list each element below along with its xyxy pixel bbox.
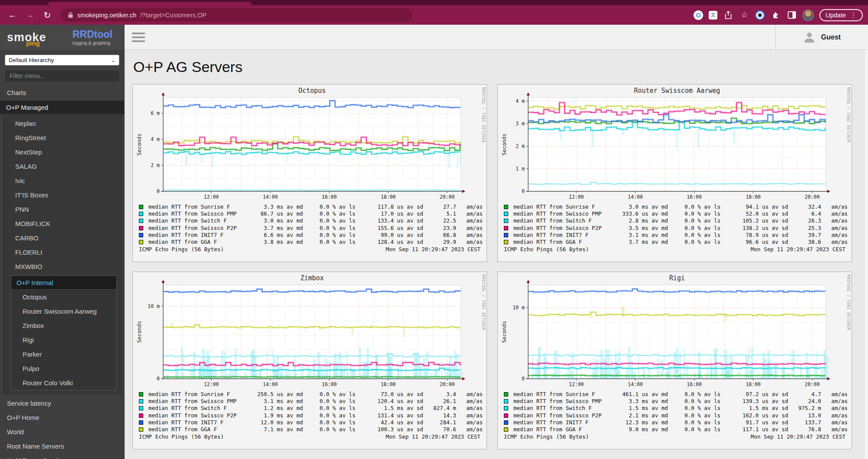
svg-text:4 m: 4 m bbox=[516, 98, 525, 104]
sidebar-item-mobiflick[interactable]: MOBIFLICK bbox=[3, 216, 121, 231]
sidebar-item-octopus[interactable]: Octopus bbox=[11, 290, 116, 304]
legend-amas-value: 5.1 bbox=[426, 210, 456, 217]
legend-stddev: 105.2 us av sd bbox=[723, 217, 788, 224]
legend-amas-value: 27.7 bbox=[426, 203, 456, 210]
person-icon bbox=[803, 31, 816, 44]
sidebar-item-ringstreet[interactable]: RingStreet bbox=[3, 131, 121, 145]
chart-footer: ICMP Echo Pings (56 Bytes)Mon Sep 11 20:… bbox=[504, 433, 845, 440]
svg-text:12:00: 12:00 bbox=[569, 194, 584, 200]
legend-label: median RTT from Swissco P2P bbox=[513, 412, 607, 419]
sidebar-item-nextstep[interactable]: NextStep bbox=[3, 145, 121, 159]
chart-graph-octopus[interactable]: 02 m4 m6 m12:0014:0016:0018:0020:00Octop… bbox=[135, 86, 478, 203]
legend-loss: 0.0 % av ls bbox=[306, 210, 355, 217]
sidebar-item-zimbox[interactable]: Zimbox bbox=[11, 318, 116, 333]
sidebar-item-router-swisscom-aarweg[interactable]: Router Swisscom Aarweg bbox=[11, 304, 116, 318]
sidebar-item-carbo[interactable]: CARBO bbox=[3, 231, 121, 245]
profile-avatar[interactable] bbox=[802, 10, 814, 21]
rrdtool-logo-subtitle: logging & graphing bbox=[72, 41, 112, 46]
sidebar: Default Hierarchy ⌄ ChartsO+P ManagedNep… bbox=[0, 50, 125, 459]
smokeping-logo[interactable]: smoke ping bbox=[7, 31, 61, 44]
legend-loss: 0.0 % av ls bbox=[671, 217, 720, 224]
legend-amas-value: 76.8 bbox=[791, 426, 821, 433]
bookmark-star-icon[interactable]: ☆ bbox=[739, 10, 750, 20]
url-bar[interactable]: smokeping.oetiker.ch/?target=Customers.O… bbox=[61, 8, 412, 22]
reload-icon[interactable]: ↻ bbox=[40, 8, 55, 23]
sidebar-item-mxwbio[interactable]: MXWBIO bbox=[3, 259, 121, 274]
chart-graph-rigi[interactable]: 010 m12:0014:0016:0018:0020:00RigiSecond… bbox=[500, 274, 843, 390]
legend-median: 1.9 ms av md bbox=[244, 412, 303, 419]
chart-panel-router-swisscom-aarweg: 01 m2 m3 m4 m12:0014:0016:0018:0020:00Ro… bbox=[497, 84, 852, 262]
side-panel-icon[interactable] bbox=[786, 10, 797, 20]
svg-text:12:00: 12:00 bbox=[204, 194, 219, 200]
sidebar-item-salag[interactable]: SALAG bbox=[3, 159, 121, 174]
legend-median: 3.1 ms av md bbox=[609, 232, 668, 239]
rrdtool-watermark: RRDTOOL / TOBI OETIKER bbox=[481, 87, 485, 143]
svg-text:20:00: 20:00 bbox=[805, 194, 820, 200]
smokeping-logo-ping: ping bbox=[26, 39, 40, 47]
legend-stddev: 120.4 us av sd bbox=[358, 398, 423, 405]
legend-label: median RTT from Sunrise F bbox=[148, 203, 242, 210]
legend-loss: 0.0 % av ls bbox=[671, 412, 720, 419]
sidebar-item-neplan[interactable]: Neplan bbox=[3, 116, 121, 131]
extensions-puzzle-icon[interactable] bbox=[770, 10, 781, 20]
translate-icon[interactable]: 文 bbox=[709, 11, 717, 20]
back-icon[interactable]: ← bbox=[5, 8, 20, 23]
legend-label: median RTT from Sunrise F bbox=[148, 391, 242, 398]
menu-hamburger-icon[interactable] bbox=[132, 33, 145, 42]
legend-stddev: 133.4 us av sd bbox=[358, 217, 423, 224]
legend-amas-value: 284.1 bbox=[426, 419, 456, 426]
legend-loss: 0.0 % av ls bbox=[306, 426, 355, 433]
sidebar-item-multi-target-graphs[interactable]: Multi Target Graphs bbox=[0, 453, 124, 459]
sidebar-item-it-is-boxes[interactable]: IT'IS Boxes bbox=[3, 188, 121, 202]
legend-color-box bbox=[504, 406, 508, 410]
rrdtool-logo[interactable]: RRDtool logging & graphing bbox=[72, 30, 112, 46]
sidebar-item-root-name-servers[interactable]: Root Name Servers bbox=[0, 439, 124, 453]
sidebar-item-floerli[interactable]: FLOERLI bbox=[3, 245, 121, 259]
sidebar-item-pnn[interactable]: PNN bbox=[3, 202, 121, 216]
sidebar-item-router-colo-volki[interactable]: Router Colo Volki bbox=[11, 376, 116, 390]
legend-color-box bbox=[139, 427, 143, 432]
sidebar-group-o-p-managed[interactable]: O+P Managed bbox=[0, 101, 124, 114]
legend-median: 2.8 ms av md bbox=[609, 217, 668, 224]
filter-input[interactable] bbox=[5, 70, 120, 82]
hierarchy-select[interactable]: Default Hierarchy ⌄ bbox=[5, 55, 119, 66]
legend-label: median RTT from Swissco P2P bbox=[513, 225, 607, 232]
y-axis-label: Seconds bbox=[136, 321, 142, 343]
legend-median: 9.0 ms av md bbox=[609, 426, 668, 433]
sidebar-item-world[interactable]: World bbox=[0, 425, 124, 439]
legend-loss: 0.0 % av ls bbox=[306, 217, 355, 224]
scrollbar-track[interactable] bbox=[864, 50, 868, 459]
legend-stddev: 91.7 us av sd bbox=[723, 419, 788, 426]
sidebar-item-parker[interactable]: Parker bbox=[11, 347, 116, 361]
onepassword-icon[interactable] bbox=[755, 10, 765, 20]
forward-icon[interactable]: → bbox=[23, 8, 37, 23]
update-button[interactable]: Update ⋮ bbox=[819, 9, 863, 21]
svg-text:0: 0 bbox=[157, 188, 160, 194]
sidebar-group-o-p-internal[interactable]: O+P Internal bbox=[11, 276, 116, 290]
share-icon[interactable] bbox=[723, 10, 733, 20]
sidebar-item-ivic[interactable]: Ivic bbox=[3, 174, 121, 188]
sidebar-item-charts[interactable]: Charts bbox=[0, 85, 124, 100]
google-icon[interactable]: G bbox=[694, 10, 703, 20]
kebab-menu-icon[interactable]: ⋮ bbox=[850, 11, 857, 19]
legend-amas-label: am/as bbox=[459, 426, 483, 433]
legend-amas-label: am/as bbox=[824, 391, 848, 398]
legend-amas-label: am/as bbox=[824, 239, 848, 246]
sidebar-group-panel-o-p-internal: O+P InternalOctopusRouter Swisscom Aarwe… bbox=[11, 275, 117, 390]
legend-label: median RTT from Swissco PMP bbox=[148, 210, 242, 217]
legend-color-box bbox=[139, 406, 143, 410]
legend-median: 3.1 ms av md bbox=[244, 398, 303, 405]
svg-text:20:00: 20:00 bbox=[440, 194, 455, 200]
chart-graph-router-swisscom-aarweg[interactable]: 01 m2 m3 m4 m12:0014:0016:0018:0020:00Ro… bbox=[500, 86, 843, 203]
chart-title: Zimbox bbox=[300, 274, 324, 282]
legend-label: median RTT from INIT7 F bbox=[513, 419, 607, 426]
chart-graph-zimbox[interactable]: 010 m12:0014:0016:0018:0020:00ZimboxSeco… bbox=[135, 274, 478, 390]
chart-footer: ICMP Echo Pings (56 Bytes)Mon Sep 11 20:… bbox=[139, 433, 480, 440]
sidebar-item-pulpo[interactable]: Pulpo bbox=[11, 361, 116, 376]
svg-text:20:00: 20:00 bbox=[440, 381, 455, 387]
sidebar-item-service-latency[interactable]: Service latency bbox=[0, 396, 124, 410]
user-account-area[interactable]: Guest bbox=[775, 25, 868, 50]
sidebar-item-rigi[interactable]: Rigi bbox=[11, 333, 116, 347]
sidebar-item-o-p-home[interactable]: O+P Home bbox=[0, 410, 124, 425]
browser-active-tab[interactable] bbox=[48, 2, 252, 5]
